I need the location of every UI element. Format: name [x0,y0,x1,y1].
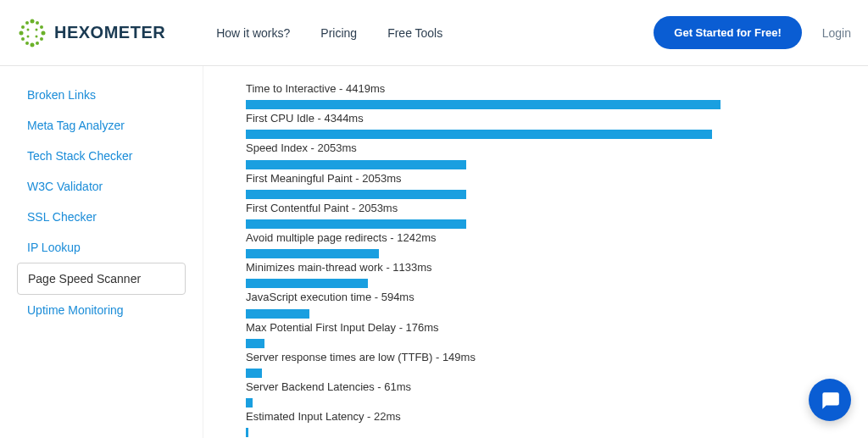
chart-label: JavaScript execution time - 594ms [246,290,851,305]
chart-label: First CPU Idle - 4344ms [246,111,851,126]
chart-bar [246,428,248,437]
sidebar-item-broken-links[interactable]: Broken Links [17,80,186,110]
chart-label: Minimizes main-thread work - 1133ms [246,260,851,275]
chart-bar-wrap [246,219,721,229]
chat-widget-button[interactable] [809,379,851,421]
chart-bar [246,339,264,348]
logo-text: HEXOMETER [54,23,165,42]
svg-point-13 [36,28,38,30]
chart-row: Avoid multiple page redirects - 1242ms [246,230,851,258]
chart-row: Server Backend Latencies - 61ms [246,380,851,408]
chart-bar-wrap [246,279,721,288]
sidebar-item-ip-lookup[interactable]: IP Lookup [17,232,186,263]
chart-label: First Meaningful Paint - 2053ms [246,171,851,186]
sidebar-item-ssl[interactable]: SSL Checker [17,202,186,232]
chart-label: Server response times are low (TTFB) - 1… [246,350,851,365]
chart-bar [246,160,466,169]
svg-point-9 [25,42,29,45]
chart-bar [246,190,466,199]
chart-label: Speed Index - 2053ms [246,141,851,156]
header: HEXOMETER How it works? Pricing Free Too… [0,0,868,66]
main-nav: How it works? Pricing Free Tools [216,26,442,40]
nav-free-tools[interactable]: Free Tools [387,26,442,40]
chart-bar-wrap [246,130,721,139]
chat-icon [819,389,841,411]
chart-bar [246,309,309,319]
chart-bar-wrap [246,160,721,169]
content: Broken Links Meta Tag Analyzer Tech Stac… [0,66,868,438]
chart-row: JavaScript execution time - 594ms [246,290,851,318]
chart-row: Server response times are low (TTFB) - 1… [246,350,851,378]
chart-bar [246,398,253,408]
svg-point-0 [31,19,35,23]
svg-point-5 [19,30,24,35]
chart-bar [246,100,721,109]
chart-row: Speed Index - 2053ms [246,141,851,169]
svg-point-10 [36,42,39,45]
svg-point-14 [27,35,30,37]
chart-bar-wrap [246,428,721,437]
chart-label: Avoid multiple page redirects - 1242ms [246,230,851,246]
svg-point-7 [21,37,25,41]
svg-point-1 [25,21,29,25]
chart-bar-wrap [246,339,721,348]
svg-point-2 [36,21,39,25]
sidebar-item-uptime[interactable]: Uptime Monitoring [17,295,186,325]
sidebar-item-w3c[interactable]: W3C Validator [17,171,186,202]
chart-row: First Meaningful Paint - 2053ms [246,171,851,199]
chart-row: Time to Interactive - 4419ms [246,81,851,109]
chart-bar-wrap [246,309,721,319]
logo-icon [17,18,47,48]
chart-row: Minimizes main-thread work - 1133ms [246,260,851,288]
sidebar-item-meta-tag[interactable]: Meta Tag Analyzer [17,110,186,141]
chart-bar [246,130,712,139]
chart-bar-wrap [246,398,721,408]
chart-bar-wrap [246,369,721,378]
chart-bar-wrap [246,249,721,258]
chart-label: Time to Interactive - 4419ms [246,81,851,97]
chart-bar-wrap [246,190,721,199]
sidebar: Broken Links Meta Tag Analyzer Tech Stac… [0,66,203,438]
logo[interactable]: HEXOMETER [17,18,165,48]
svg-point-12 [27,28,30,30]
svg-point-11 [31,42,35,47]
header-right: Get Started for Free! Login [654,16,851,49]
chart-bar [246,249,379,258]
chart-row: First CPU Idle - 4344ms [246,111,851,139]
chart-label: Server Backend Latencies - 61ms [246,380,851,395]
nav-pricing[interactable]: Pricing [320,26,357,40]
svg-point-8 [40,37,43,41]
chart-bar-wrap [246,100,721,109]
svg-point-6 [42,30,46,35]
chart-label: Max Potential First Input Delay - 176ms [246,320,851,335]
login-link[interactable]: Login [822,26,851,40]
chart-label: First Contentful Paint - 2053ms [246,201,851,216]
chart-bar [246,369,262,378]
chart-area: Time to Interactive - 4419msFirst CPU Id… [203,66,868,438]
chart-bar [246,279,368,288]
sidebar-item-tech-stack[interactable]: Tech Stack Checker [17,141,186,171]
chart-bar [246,219,466,229]
chart-row: Estimated Input Latency - 22ms [246,409,851,437]
svg-point-15 [36,35,38,37]
chart-row: Max Potential First Input Delay - 176ms [246,320,851,348]
svg-point-4 [40,25,43,29]
svg-point-3 [21,25,25,29]
chart-row: First Contentful Paint - 2053ms [246,201,851,229]
sidebar-item-page-speed[interactable]: Page Speed Scanner [17,263,186,295]
chart-label: Estimated Input Latency - 22ms [246,409,851,424]
nav-how-it-works[interactable]: How it works? [216,26,290,40]
get-started-button[interactable]: Get Started for Free! [654,16,801,49]
